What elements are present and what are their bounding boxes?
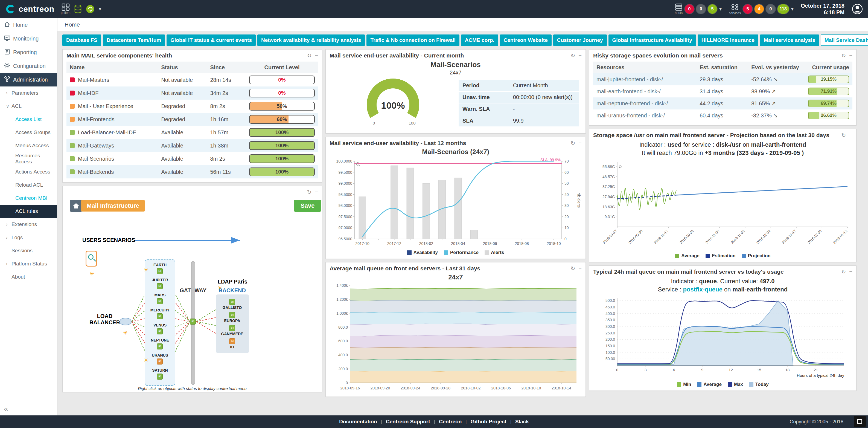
database-icon[interactable]: [74, 5, 82, 13]
table-row[interactable]: Load-Balancer-Mail-IDFAvailable1h 57m100…: [66, 126, 318, 139]
table-row[interactable]: mail-earth-frontend - disk-/31.4 days88.…: [593, 85, 852, 97]
widget-collapse-icon[interactable]: −: [315, 189, 318, 195]
service-status-badge[interactable]: 5: [743, 4, 752, 14]
frontend-node-saturn[interactable]: ✉: [157, 374, 163, 379]
services-chevron-icon[interactable]: ▾: [791, 6, 794, 12]
hosts-chevron-icon[interactable]: ▾: [719, 6, 722, 12]
centreon-logo[interactable]: centreon: [5, 4, 57, 15]
frontend-node-earth[interactable]: ✉: [157, 268, 163, 274]
tab-hillmore-insurance[interactable]: HILLMORE Insurance: [698, 34, 758, 46]
sidebar-subitem-menus-access[interactable]: Menus Access: [0, 139, 57, 152]
widget-refresh-icon[interactable]: ↻: [571, 140, 576, 146]
widget-refresh-icon[interactable]: ↻: [307, 189, 312, 195]
sidebar-subitem-parameters[interactable]: ›Parameters: [0, 86, 57, 99]
widget-collapse-icon[interactable]: −: [849, 132, 852, 139]
breadcrumb-home[interactable]: Home: [65, 21, 80, 28]
sidebar-subitem-sessions[interactable]: Sessions: [0, 244, 57, 257]
pollers-icon[interactable]: pollers: [61, 4, 70, 15]
sidebar-item-home[interactable]: Home: [0, 18, 57, 32]
sidebar-subitem-acl-rules[interactable]: ACL rules: [0, 205, 57, 218]
frontend-node-uranus[interactable]: ✉: [157, 359, 163, 365]
hosts-icon[interactable]: hosts: [675, 4, 683, 15]
widget-refresh-icon[interactable]: ↻: [571, 52, 576, 59]
tab-global-it-status-current-events[interactable]: Global IT status & current events: [166, 34, 256, 46]
sidebar-subitem-access-list[interactable]: Access List: [0, 113, 57, 126]
tab-trafic-nb-connection-on-firewall[interactable]: Trafic & Nb connection on Firewall: [367, 34, 459, 46]
load-balancer-node[interactable]: [120, 318, 131, 325]
save-button[interactable]: Save: [294, 200, 321, 212]
sidebar-item-administration[interactable]: Administration: [0, 73, 57, 86]
widget-collapse-icon[interactable]: −: [849, 268, 852, 275]
tab-database-fs[interactable]: Database FS: [62, 34, 101, 46]
frontend-node-mars[interactable]: ✉: [157, 298, 163, 304]
table-row[interactable]: Mail-BackendsAvailable56m 11s100%: [66, 165, 318, 178]
sidebar-collapse-icon[interactable]: «: [4, 404, 8, 413]
services-icon[interactable]: services: [729, 3, 741, 15]
sidebar-item-reporting[interactable]: Reporting: [0, 46, 57, 59]
infrastructure-name-tag[interactable]: Mail Infrastructure: [81, 200, 145, 211]
sidebar-subitem-reload-acl[interactable]: Reload ACL: [0, 178, 57, 192]
service-status-badge[interactable]: 4: [754, 4, 764, 14]
table-row[interactable]: Mail-GatewaysAvailable1h 38m100%: [66, 139, 318, 152]
sidebar-subitem-actions-access[interactable]: Actions Access: [0, 165, 57, 178]
frontend-node-mercury[interactable]: ✉: [157, 313, 163, 319]
widget-collapse-icon[interactable]: −: [579, 140, 582, 146]
sidebar-subitem-resources-access[interactable]: Resources Access: [0, 152, 57, 165]
tab-mail-service-dashboard[interactable]: Mail Service Dashboard: [821, 34, 868, 46]
widget-collapse-icon[interactable]: −: [579, 265, 582, 272]
user-avatar-icon[interactable]: [851, 3, 863, 15]
table-row[interactable]: Mail-ScenariosAvailable8m 2s100%: [66, 152, 318, 165]
host-status-badge[interactable]: 0: [685, 4, 694, 14]
service-status-badge[interactable]: 118: [777, 4, 789, 14]
table-row[interactable]: mail-neptune-frontend - disk-/44.2 days8…: [593, 97, 852, 110]
service-status-badge[interactable]: 0: [766, 4, 775, 14]
widget-refresh-icon[interactable]: ↻: [571, 265, 576, 272]
sidebar-subitem-logs[interactable]: ›Logs: [0, 231, 57, 244]
widget-collapse-icon[interactable]: −: [579, 52, 582, 59]
sidebar-subitem-acl[interactable]: ∨ACL: [0, 99, 57, 113]
table-row[interactable]: mail-uranus-frontend - disk-/60.4 days-3…: [593, 110, 852, 121]
footer-link-slack[interactable]: Slack: [515, 419, 529, 425]
sidebar-subitem-platform-status[interactable]: ›Platform Status: [0, 257, 57, 270]
widget-collapse-icon[interactable]: −: [849, 52, 852, 59]
tab-network-availability-reliability-analysis[interactable]: Network availability & reliability analy…: [257, 34, 365, 46]
widget-refresh-icon[interactable]: ↻: [307, 52, 312, 59]
backend-node-ganymede[interactable]: ✉: [229, 325, 235, 331]
sidebar-subitem-access-groups[interactable]: Access Groups: [0, 126, 57, 139]
backend-node-gallisto[interactable]: ✉: [229, 299, 235, 305]
backend-node-io[interactable]: ✉: [229, 338, 235, 344]
frontend-node-venus[interactable]: ✉: [157, 329, 163, 335]
sidebar-item-monitoring[interactable]: Monitoring: [0, 32, 57, 46]
fullscreen-icon[interactable]: [854, 416, 866, 427]
tab-mail-service-analysis[interactable]: Mail service analysis: [760, 34, 819, 46]
frontend-node-neptune[interactable]: ✉: [157, 343, 163, 349]
sidebar-subitem-centreon-mbi[interactable]: Centreon MBI: [0, 192, 57, 205]
table-row[interactable]: mail-jupiter-frontend - disk-/29.3 days-…: [593, 73, 852, 85]
tab-centreon-website[interactable]: Centreon Website: [500, 34, 552, 46]
host-status-badge[interactable]: 0: [696, 4, 706, 14]
widget-refresh-icon[interactable]: ↻: [841, 268, 846, 275]
widget-refresh-icon[interactable]: ↻: [841, 132, 846, 139]
gateway-node[interactable]: ✉: [190, 318, 196, 324]
tab-datacenters-tem-hum[interactable]: Datacenters Tem/Hum: [103, 34, 165, 46]
footer-link-centreon-support[interactable]: Centreon Support: [386, 419, 430, 425]
sidebar-subitem-about[interactable]: About: [0, 270, 57, 284]
poller-menu-chevron-icon[interactable]: ▾: [99, 6, 101, 12]
sidebar-item-configuration[interactable]: Configuration: [0, 59, 57, 73]
footer-link-documentation[interactable]: Documentation: [339, 419, 377, 425]
breadcrumb[interactable]: Home: [57, 18, 868, 31]
widget-refresh-icon[interactable]: ↻: [841, 52, 846, 59]
frontend-node-jupiter[interactable]: ✉: [157, 283, 163, 289]
tab-customer-journey[interactable]: Customer Journey: [553, 34, 607, 46]
footer-link-github-project[interactable]: Github Project: [471, 419, 506, 425]
table-row[interactable]: Mail-FrontendsDegraded1h 16m60%: [66, 113, 318, 126]
table-row[interactable]: Mail-MastersNot available28m 14s0%: [66, 73, 318, 86]
apply-configuration-icon[interactable]: [86, 4, 95, 14]
widget-collapse-icon[interactable]: −: [315, 52, 318, 59]
tab-acme-corp-[interactable]: ACME corp.: [461, 34, 498, 46]
host-status-badge[interactable]: 5: [708, 4, 717, 14]
table-row[interactable]: Mail-IDFNot available34m 2s0%: [66, 86, 318, 99]
sidebar-subitem-extensions[interactable]: ›Extensions: [0, 218, 57, 231]
footer-link-centreon[interactable]: Centreon: [439, 419, 462, 425]
backend-node-europa[interactable]: ✉: [229, 312, 235, 318]
